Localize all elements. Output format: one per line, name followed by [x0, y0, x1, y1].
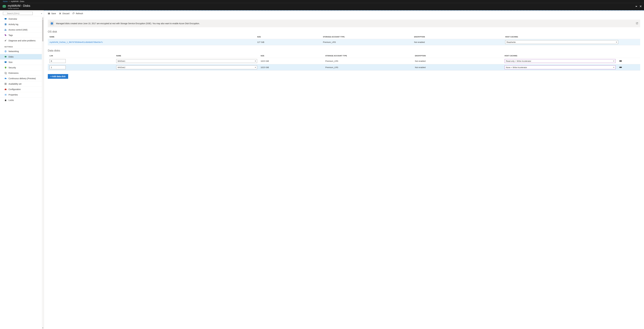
os-disk-row: myWAVM_OsDisk_1_f8678795084e451c8bfdb837… — [48, 39, 640, 45]
discard-label: Discard — [62, 12, 69, 15]
svg-point-9 — [5, 29, 6, 30]
col-lun: LUN — [48, 53, 114, 58]
sidebar-item-label: Security — [8, 67, 16, 69]
col-storage: STORAGE ACCOUNT TYPE — [321, 35, 412, 39]
svg-rect-8 — [5, 25, 6, 25]
sidebar-item-disks[interactable]: Disks — [0, 54, 44, 59]
disk-icon — [2, 5, 6, 9]
sidebar-item-networking[interactable]: Networking — [0, 49, 44, 54]
sidebar-item-tags[interactable]: Tags — [0, 33, 44, 38]
sidebar-item-locks[interactable]: Locks — [0, 97, 44, 103]
sidebar-item-label: Locks — [8, 99, 14, 101]
breadcrumb: Home > myWAVM - Disks — [0, 0, 644, 3]
os-disk-name-link[interactable]: myWAVM_OsDisk_1_f8678795084e451c8bfdb837… — [50, 41, 103, 43]
config-icon — [4, 88, 7, 91]
write-accelerator-icon[interactable] — [619, 60, 622, 62]
main-pane: Save Discard Refresh i Managed disks cre… — [44, 10, 644, 329]
os-disk-encryption: Not enabled — [412, 39, 504, 45]
sidebar-item-extensions[interactable]: Extensions — [0, 70, 44, 76]
svg-rect-15 — [5, 63, 6, 63]
add-data-disk-button[interactable]: + Add data disk — [48, 74, 68, 79]
info-banner-text: Managed disks created since June 10, 201… — [56, 22, 200, 25]
svg-point-35 — [619, 67, 620, 68]
sidebar-item-label: Access control (IAM) — [8, 29, 28, 31]
svg-rect-3 — [4, 18, 6, 20]
svg-rect-14 — [4, 62, 6, 63]
open-external-icon[interactable] — [636, 22, 638, 25]
svg-point-10 — [6, 29, 6, 30]
collapse-sidebar-icon[interactable]: « — [41, 12, 42, 15]
lock-icon — [4, 99, 7, 101]
sidebar-item-label: Activity log — [8, 23, 18, 26]
disk-name-select[interactable]: WADisk2▾ — [116, 65, 257, 69]
col-name: NAME — [48, 35, 255, 39]
disk-storage: Premium_LRS — [324, 64, 413, 71]
tools-icon — [4, 40, 7, 42]
svg-rect-18 — [5, 78, 6, 79]
col-dhost: HOST CACHING — [503, 53, 617, 58]
globe-icon — [4, 50, 7, 53]
disk-name-value: WADisk1 — [118, 60, 125, 62]
sidebar-scrollbar[interactable]: ▲ ▼ — [42, 17, 44, 329]
sidebar-group-settings: SETTINGS — [0, 46, 44, 49]
search-input[interactable] — [3, 12, 33, 15]
sidebar-item-continuous-delivery-preview-[interactable]: Continuous delivery (Preview) — [0, 76, 44, 81]
sidebar-item-overview[interactable]: Overview — [0, 16, 44, 22]
svg-rect-27 — [6, 94, 6, 96]
os-disk-storage: Premium_LRS — [321, 39, 412, 45]
lun-input[interactable] — [50, 65, 66, 69]
col-dstorage: STORAGE ACCOUNT TYPE — [324, 53, 413, 58]
sidebar-item-label: Extensions — [8, 72, 18, 74]
write-accelerator-icon[interactable] — [619, 66, 622, 69]
toolbar: Save Discard Refresh — [44, 11, 644, 17]
sidebar-item-availability-set[interactable]: Availability set — [0, 81, 44, 87]
sidebar-item-security[interactable]: Security — [0, 65, 44, 70]
sidebar-item-diagnose-and-solve-problems[interactable]: Diagnose and solve problems — [0, 38, 44, 43]
svg-point-33 — [619, 60, 620, 62]
disk-name-select[interactable]: WADisk1▾ — [116, 59, 257, 63]
disk-icon — [4, 56, 7, 58]
os-disk-section-title: OS disk — [48, 30, 640, 33]
os-disk-table: NAME SIZE STORAGE ACCOUNT TYPE ENCRYPTIO… — [48, 35, 640, 45]
scroll-down-icon[interactable]: ▼ — [42, 327, 44, 329]
monitor-icon — [4, 18, 7, 20]
save-button[interactable]: Save — [48, 12, 56, 15]
host-caching-select[interactable]: None + Write Accelerator▾ — [504, 65, 616, 69]
data-disks-table: LUN NAME SIZE STORAGE ACCOUNT TYPE ENCRY… — [48, 53, 640, 71]
disk-encryption: Not enabled — [413, 58, 503, 64]
col-encryption: ENCRYPTION — [412, 35, 504, 39]
breadcrumb-home[interactable]: Home — [3, 1, 8, 3]
tag-icon — [4, 34, 7, 36]
sidebar-item-activity-log[interactable]: Activity log — [0, 22, 44, 27]
sidebar-item-size[interactable]: Size — [0, 59, 44, 65]
discard-button[interactable]: Discard — [59, 12, 69, 15]
people-icon — [4, 29, 7, 31]
os-disk-host-caching-select[interactable]: Read/write ▾ — [505, 40, 618, 44]
sidebar-item-label: Continuous delivery (Preview) — [8, 77, 36, 80]
page-subtitle: Virtual machine — [8, 8, 30, 9]
sidebar-item-label: Networking — [8, 50, 19, 53]
sidebar-item-label: Size — [8, 61, 12, 63]
sidebar-item-properties[interactable]: Properties — [0, 92, 44, 97]
ext-icon — [4, 72, 7, 74]
pin-icon[interactable] — [635, 5, 638, 8]
chevron-down-icon: ▾ — [616, 41, 617, 43]
sidebar-item-configuration[interactable]: Configuration — [0, 87, 44, 92]
col-dname: NAME — [114, 53, 259, 58]
svg-rect-21 — [6, 83, 6, 84]
svg-rect-29 — [5, 100, 6, 101]
refresh-button[interactable]: Refresh — [72, 12, 83, 15]
disk-size: 1023 GiB — [259, 58, 324, 64]
host-caching-select[interactable]: Read-only + Write Accelerator▾ — [504, 59, 616, 63]
sidebar: « OverviewActivity logAccess control (IA… — [0, 10, 44, 329]
sidebar-item-label: Tags — [8, 34, 13, 36]
scroll-thumb[interactable] — [42, 19, 44, 41]
monitor-icon — [4, 61, 7, 63]
chevron-down-icon: ▾ — [613, 60, 614, 62]
disk-encryption: Not enabled — [413, 64, 503, 71]
lun-input[interactable] — [50, 59, 66, 63]
close-icon[interactable] — [640, 5, 642, 8]
scroll-up-icon[interactable]: ▲ — [42, 17, 44, 19]
os-disk-host-value: Read/write — [506, 41, 516, 43]
sidebar-item-access-control-iam-[interactable]: Access control (IAM) — [0, 27, 44, 33]
